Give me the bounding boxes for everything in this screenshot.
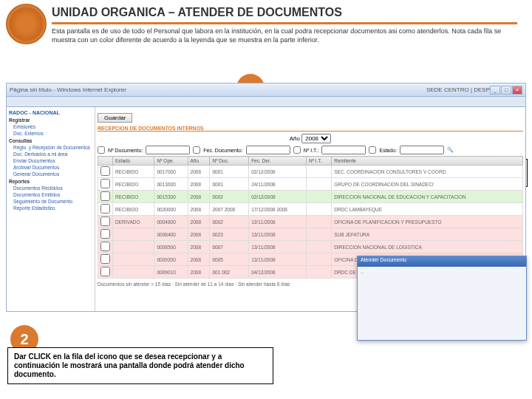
close-button[interactable]: × <box>512 86 522 95</box>
section-title: RECEPCION DE DOCUMENTOS INTERNOS <box>98 126 523 132</box>
lbl-fec: Fec. Documento: <box>203 148 242 153</box>
table-row[interactable]: 00084002008002313/11/2008SUB JEFATURA <box>98 228 523 241</box>
browser-tabstrip <box>7 97 525 107</box>
col-header: Nº Doc. <box>210 157 249 166</box>
table-row[interactable]: DERIVADO00048002008000212/11/2008OFICINA… <box>98 216 523 228</box>
row-check[interactable] <box>100 191 110 201</box>
year-select[interactable]: 2008 <box>301 134 331 143</box>
inp-num[interactable] <box>146 146 190 154</box>
row-check[interactable] <box>100 204 110 214</box>
main-panel: Guardar RECEPCION DE DOCUMENTOS INTERNOS… <box>95 107 525 311</box>
col-header: Estado <box>113 157 154 166</box>
browser-titlebar: Página sin título - Windows Internet Exp… <box>7 83 525 97</box>
table-row[interactable]: RECIBIDO00153002008000202/12/2008DIRECCI… <box>98 191 523 203</box>
popup-body: ... <box>358 267 526 277</box>
browser-title: Página sin título - Windows Internet Exp… <box>10 86 426 93</box>
sidebar-item[interactable]: Enviar Documentos <box>9 157 92 164</box>
col-header <box>98 157 113 166</box>
chk-num[interactable] <box>98 146 105 154</box>
org-logo <box>6 4 47 44</box>
col-header: Nº I.T. <box>306 157 331 166</box>
page-title: UNIDAD ORGANICA – ATENDER DE DOCUMENTOS <box>52 6 517 24</box>
lbl-est: Estado: <box>379 148 397 153</box>
lbl-nit: Nº I.T.: <box>304 148 319 153</box>
row-check[interactable] <box>100 179 110 188</box>
inp-nit[interactable] <box>321 146 366 154</box>
lbl-num: Nº Documento: <box>108 148 143 153</box>
slide-header: UNIDAD ORGANICA – ATENDER DE DOCUMENTOS … <box>52 6 517 44</box>
row-check[interactable] <box>100 254 110 264</box>
sidebar-section-reports: Reportes <box>9 179 92 184</box>
popup-title: Atender Documento <box>358 256 526 267</box>
col-header: Remitente <box>332 157 523 166</box>
table-row[interactable]: RECIBIDO002000020082007 200817/12/2008 2… <box>98 203 523 216</box>
sidebar-item[interactable]: Generar Documentos <box>9 171 92 177</box>
callout-row-click: Dar CLICK en la fila del icono que se de… <box>7 347 273 384</box>
year-label: Año <box>290 135 300 142</box>
search-icon[interactable]: 🔍 <box>447 147 454 153</box>
chk-nit[interactable] <box>293 146 301 154</box>
sidebar-section-register: Registrar <box>9 117 92 123</box>
row-check[interactable] <box>100 242 110 251</box>
sidebar-item[interactable]: Doc. Derivados a mi área <box>9 151 92 157</box>
table-row[interactable]: RECIBIDO00170002008000102/12/2008SEC. CO… <box>98 166 523 178</box>
sidebar-item[interactable]: Documentos Recibidos <box>9 185 92 191</box>
filter-row: Nº Documento: Fec. Documento: Nº I.T.: E… <box>98 146 523 154</box>
attend-popup: Atender Documento ... <box>357 256 527 341</box>
table-row[interactable]: 00085002008000713/11/2008DIRECCION NACIO… <box>98 241 523 253</box>
row-check[interactable] <box>100 216 110 226</box>
inp-est[interactable] <box>400 146 444 154</box>
chk-fec[interactable] <box>193 146 200 154</box>
save-button[interactable]: Guardar <box>98 113 132 123</box>
sidebar-item[interactable]: Seguimiento de Documento <box>9 198 92 205</box>
sidebar-item[interactable]: Doc. Externos <box>9 130 92 137</box>
minimize-button[interactable]: _ <box>490 86 500 95</box>
table-row[interactable]: RECIBIDO00136002008000124/11/2008GRUPO D… <box>98 178 523 191</box>
row-check[interactable] <box>100 229 110 239</box>
sidebar-section-queries: Consultas <box>9 138 92 143</box>
chk-est[interactable] <box>369 146 376 154</box>
page-subtitle: Esta pantalla es de uso de todo el Perso… <box>52 27 517 44</box>
sidebar-item[interactable]: Documentos Emitidos <box>9 191 92 198</box>
sidebar-item[interactable]: Reporte Estadístico <box>9 205 92 211</box>
inp-fec[interactable] <box>246 146 290 154</box>
sidebar: RADOC - NACIONAL Registrar Emisiones Doc… <box>7 107 95 311</box>
browser-window: Página sin título - Windows Internet Exp… <box>6 83 526 312</box>
col-header: Fec. Der. <box>249 157 307 166</box>
row-check[interactable] <box>100 267 110 276</box>
col-header: Nº Ope. <box>154 157 188 166</box>
sidebar-title: RADOC - NACIONAL <box>9 110 92 115</box>
sidebar-item[interactable]: Emisiones <box>9 123 92 130</box>
row-check[interactable] <box>100 166 110 176</box>
maximize-button[interactable]: □ <box>501 86 511 95</box>
sidebar-item[interactable]: Regto. y Recepción de Documentos <box>9 144 92 151</box>
col-header: Año <box>188 157 210 166</box>
browser-context: SEDE CENTRO | DESP <box>426 86 490 93</box>
sidebar-item[interactable]: Archivar Documentos <box>9 164 92 171</box>
